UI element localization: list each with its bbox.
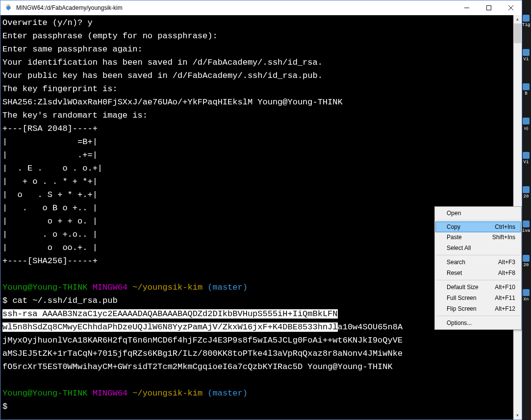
terminal-line: | =B+|	[2, 135, 521, 148]
menu-item-select-all[interactable]: Select All	[436, 243, 520, 253]
menu-item-label: Options...	[447, 320, 515, 326]
terminal-line: jMyxOyjhuonlVcA18KAR6H2fqT6n6nMCD6f4hjFZ…	[2, 334, 521, 347]
menu-item-label: Flip Screen	[447, 305, 495, 312]
terminal-line: | . E . o . o.+|	[2, 162, 521, 175]
desktop-icon[interactable]: 20	[522, 255, 530, 284]
terminal-line: | o . S + * +.+|	[2, 188, 521, 201]
menu-item-label: Copy	[447, 223, 495, 230]
terminal-line: aMSJEJ5tZK+1rTaCqN+7015jfqRZs6KBg1R/ILz/…	[2, 347, 521, 360]
menu-item-label: Search	[447, 259, 498, 266]
menu-item-reset[interactable]: ResetAlt+F8	[436, 268, 520, 278]
menu-item-search[interactable]: SearchAlt+F3	[436, 257, 520, 268]
menu-item-label: Select All	[447, 245, 515, 251]
terminal-line: Enter same passphrase again:	[2, 43, 521, 56]
menu-item-copy[interactable]: CopyCtrl+Ins	[435, 222, 521, 232]
terminal-line: $	[2, 400, 521, 413]
menu-separator	[436, 255, 520, 255]
terminal-line: The key fingerprint is:	[2, 82, 521, 96]
app-icon	[4, 4, 12, 12]
menu-item-shortcut: Alt+F8	[498, 270, 515, 276]
desktop-icon[interactable]: Vi	[522, 49, 530, 78]
menu-item-full-screen[interactable]: Full ScreenAlt+F11	[436, 293, 520, 303]
terminal-line: Young@Young-THINK MINGW64 ~/youngsik-kim…	[2, 387, 521, 400]
context-menu[interactable]: OpenCopyCtrl+InsPasteShift+InsSelect All…	[434, 206, 522, 330]
menu-separator	[436, 220, 520, 221]
menu-item-open[interactable]: Open	[436, 208, 520, 219]
menu-separator	[436, 280, 520, 280]
desktop-icon[interactable]: 20	[522, 186, 530, 216]
menu-item-shortcut: Shift+Ins	[492, 234, 515, 241]
menu-item-label: Full Screen	[447, 295, 495, 301]
terminal-line: SHA256:ZlsdvlWOaxRaH0FjSXxJ/ae76UAo/+YkF…	[2, 96, 521, 109]
window-title: MINGW64:/d/FabAcademy/youngsik-kim	[16, 4, 455, 11]
terminal-line: Overwrite (y/n)? y	[2, 16, 521, 29]
prompt-segment: ~/youngsik-kim	[132, 389, 202, 398]
scroll-up-arrow[interactable]: ▲	[513, 15, 522, 24]
menu-item-options[interactable]: Options...	[436, 318, 520, 328]
menu-item-label: Open	[447, 210, 515, 217]
desktop-icon[interactable]: 바	[522, 118, 530, 147]
terminal-line: fO5rcXrT5EST0WMwihayCM+GWrsidT2Tcm2MkmCg…	[2, 360, 521, 373]
menu-item-shortcut: Alt+F10	[495, 284, 515, 291]
menu-item-label: Reset	[447, 270, 498, 276]
prompt-segment: (master)	[207, 389, 248, 398]
terminal-line: Your public key has been saved in /d/Fab…	[2, 69, 521, 82]
menu-item-default-size[interactable]: Default SizeAlt+F10	[436, 282, 520, 293]
desktop-icon[interactable]: B	[522, 83, 530, 113]
maximize-button[interactable]	[478, 0, 500, 15]
prompt-segment: Young@Young-THINK	[2, 283, 87, 292]
prompt-segment: ~/youngsik-kim	[132, 283, 202, 292]
terminal-line: | + o . . * + *+|	[2, 175, 521, 188]
scroll-down-arrow[interactable]: ▼	[513, 411, 522, 420]
menu-item-shortcut: Alt+F11	[495, 295, 515, 301]
desktop-icon[interactable]: Vi	[522, 152, 530, 181]
prompt-segment: MINGW64	[93, 389, 127, 398]
menu-item-shortcut: Alt+F12	[495, 305, 515, 312]
desktop-icon[interactable]: Xn	[522, 289, 530, 319]
menu-separator	[436, 316, 520, 316]
prompt-segment: Young@Young-THINK	[2, 389, 87, 398]
minimize-button[interactable]	[455, 0, 478, 15]
menu-item-flip-screen[interactable]: Flip ScreenAlt+F12	[436, 303, 520, 314]
terminal-line: Your identification has been saved in /d…	[2, 56, 521, 69]
selected-text: ssh-rsa AAAAB3NzaC1yc2EAAAADAQABAAABAQDZ…	[2, 309, 338, 319]
menu-item-label: Paste	[447, 234, 492, 241]
desktop-icon[interactable]: iva	[522, 221, 530, 250]
selected-text: wl5n8hSdZq8CMwyEChhdaPhDzeUQJlW6N8YyzPam…	[2, 322, 338, 332]
terminal-line	[2, 373, 521, 387]
prompt-segment: (master)	[207, 283, 248, 292]
menu-item-label: Default Size	[447, 284, 495, 291]
titlebar[interactable]: MINGW64:/d/FabAcademy/youngsik-kim	[0, 0, 522, 15]
terminal-line: The key's randomart image is:	[2, 109, 521, 122]
menu-item-shortcut: Alt+F3	[498, 259, 515, 266]
scroll-thumb[interactable]	[514, 24, 521, 43]
close-button[interactable]	[500, 0, 522, 15]
menu-item-paste[interactable]: PasteShift+Ins	[436, 232, 520, 243]
terminal-line: +---[RSA 2048]----+	[2, 122, 521, 135]
terminal-line: Enter passphrase (empty for no passphras…	[2, 29, 521, 43]
terminal-line: | .+=|	[2, 148, 521, 162]
desktop-icons-partial: TigViB 바Vi20iva20Xn	[522, 15, 531, 323]
desktop-icon[interactable]: Tig	[522, 15, 530, 44]
svg-rect-1	[486, 6, 491, 10]
prompt-segment: MINGW64	[93, 283, 127, 292]
menu-item-shortcut: Ctrl+Ins	[495, 223, 515, 230]
